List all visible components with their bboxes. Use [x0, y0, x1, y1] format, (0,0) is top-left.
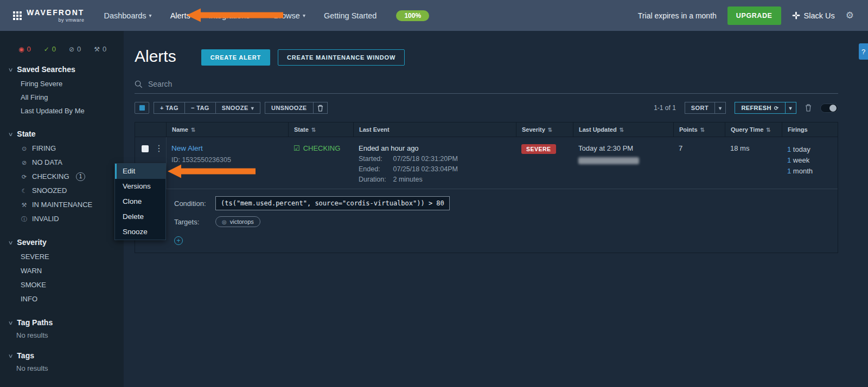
counter-ok[interactable]: ✓ 0	[44, 45, 56, 53]
last-updated-value: Today at 2:30 PM	[578, 144, 673, 152]
snooze-button[interactable]: SNOOZE ▾	[215, 102, 260, 114]
state-filter-checking[interactable]: ⟳ CHECKING 1	[0, 170, 124, 184]
event-duration: Duration: 2 minutes	[359, 176, 516, 183]
firings-week[interactable]: 1 week	[787, 155, 838, 166]
state-heading[interactable]: ∨ State	[9, 130, 124, 138]
column-header-state[interactable]: State ⇅	[288, 122, 353, 137]
nav-browse[interactable]: Browse ▾	[274, 11, 305, 20]
saved-search-last-updated-by-me[interactable]: Last Updated By Me	[0, 104, 124, 118]
event-ended-label: Ended:	[359, 165, 391, 173]
logo-text: WAVEFRONT by vmware	[27, 8, 84, 23]
column-label: Points	[679, 126, 698, 133]
tags-heading[interactable]: ∨ Tags	[9, 351, 124, 360]
firings-cell: 1 today 1 week 1 month	[782, 144, 838, 183]
severity-filter-severe[interactable]: SEVERE	[0, 250, 124, 264]
column-label: Last Updated	[579, 126, 617, 133]
severity-heading[interactable]: ∨ Severity	[9, 238, 124, 247]
toggle-knob	[829, 105, 837, 112]
remove-tag-button[interactable]: − TAG	[184, 102, 216, 114]
sort-arrows-icon: ⇅	[620, 127, 624, 133]
column-header-points[interactable]: Points ⇅	[673, 122, 725, 137]
saved-searches-heading[interactable]: ∨ Saved Searches	[9, 65, 124, 74]
sort-button[interactable]: SORT	[685, 102, 715, 114]
column-header-last-updated[interactable]: Last Updated ⇅	[573, 122, 673, 137]
upgrade-button[interactable]: UPGRADE	[727, 7, 781, 25]
severity-filter-warn[interactable]: WARN	[0, 264, 124, 278]
event-started-value: 07/25/18 02:31:20PM	[393, 155, 458, 163]
row-checkbox[interactable]	[142, 145, 149, 152]
sort-caret-button[interactable]: ▾	[714, 102, 726, 114]
select-all-checkbox[interactable]	[135, 102, 149, 114]
refresh-icon: ⟳	[774, 105, 779, 111]
create-alert-button[interactable]: CREATE ALERT	[201, 49, 270, 66]
trash-icon-button[interactable]	[805, 104, 812, 112]
counter-ok-value: 0	[52, 45, 56, 53]
search-input[interactable]	[148, 80, 838, 88]
counter-maintenance[interactable]: ⚒ 0	[94, 45, 106, 53]
toolbar-right: 1-1 of 1 SORT ▾ REFRESH ⟳ ▾	[654, 102, 838, 114]
delete-selected-button[interactable]	[313, 102, 328, 114]
refresh-caret-button[interactable]: ▾	[785, 102, 796, 114]
target-pill-victorops[interactable]: ◎ victorops	[215, 216, 260, 227]
state-filter-in-maintenance[interactable]: ⚒ IN MAINTENANCE	[0, 198, 124, 212]
help-tab[interactable]: ?	[859, 43, 868, 60]
nav-getting-started[interactable]: Getting Started	[324, 11, 377, 20]
state-value: CHECKING	[303, 144, 341, 152]
column-header-firings[interactable]: Firings	[782, 122, 838, 137]
state-filter-firing[interactable]: ⊙ FIRING	[0, 141, 124, 156]
context-menu-item-clone[interactable]: Clone	[115, 194, 165, 209]
firings-month[interactable]: 1 month	[787, 166, 838, 177]
context-menu-item-edit[interactable]: Edit	[115, 164, 165, 179]
caret-down-icon: ▾	[149, 12, 152, 18]
nav-dashboards[interactable]: Dashboards ▾	[104, 11, 151, 20]
context-menu-item-snooze[interactable]: Snooze	[115, 224, 165, 240]
state-filter-snoozed[interactable]: ☾ SNOOZED	[0, 184, 124, 198]
checking-check-icon: ☑	[293, 144, 300, 153]
event-duration-label: Duration:	[359, 176, 391, 183]
slack-us-link[interactable]: Slack Us	[792, 11, 835, 20]
nav-integrations[interactable]: Integrations ▾	[209, 11, 256, 20]
title-buttons: CREATE ALERT CREATE MAINTENANCE WINDOW	[201, 49, 405, 66]
tag-paths-heading[interactable]: ∨ Tag Paths	[9, 318, 124, 327]
severity-filter-smoke[interactable]: SMOKE	[0, 278, 124, 292]
add-target-button[interactable]: +	[174, 236, 183, 245]
getting-started-progress-badge[interactable]: 100%	[396, 10, 429, 21]
nav-getting-started-label: Getting Started	[324, 11, 377, 20]
alert-id-label: ID:	[171, 156, 180, 164]
condition-expression[interactable]: (ts("mem.used.percent", source="cordis-v…	[215, 196, 450, 210]
state-filter-no-data[interactable]: ⊘ NO DATA	[0, 156, 124, 170]
snooze-label: SNOOZE	[222, 105, 248, 111]
view-toggle[interactable]	[820, 104, 838, 113]
wavefront-logo[interactable]: WAVEFRONT by vmware	[13, 8, 84, 23]
context-menu-item-versions[interactable]: Versions	[115, 179, 165, 194]
counter-firing[interactable]: ◉ 0	[18, 45, 31, 53]
navbar-right: Trial expires in a month UPGRADE Slack U…	[638, 7, 854, 25]
refresh-button[interactable]: REFRESH ⟳	[735, 102, 785, 114]
condition-row: Condition: (ts("mem.used.percent", sourc…	[174, 196, 838, 210]
chevron-down-icon: ∨	[8, 131, 14, 137]
context-menu-item-delete[interactable]: Delete	[115, 209, 165, 224]
add-tag-button[interactable]: + TAG	[154, 102, 185, 114]
severity-filter-info[interactable]: INFO	[0, 292, 124, 306]
saved-search-firing-severe[interactable]: Firing Severe	[0, 77, 124, 91]
unsnooze-button[interactable]: UNSNOOZE	[265, 102, 314, 114]
state-filter-invalid[interactable]: ⓘ INVALID	[0, 212, 124, 226]
column-header-name[interactable]: Name ⇅	[166, 122, 288, 137]
state-cell: ☑ CHECKING	[288, 144, 353, 183]
slack-us-label: Slack Us	[804, 11, 835, 20]
caret-down-icon: ▾	[303, 12, 305, 18]
saved-search-all-firing[interactable]: All Firing	[0, 91, 124, 104]
gear-icon[interactable]: ⚙	[846, 10, 854, 21]
counter-snoozed[interactable]: ⊘ 0	[69, 45, 81, 53]
kebab-menu-icon[interactable]: ⋮	[155, 144, 163, 153]
alert-name-link[interactable]: New Alert	[171, 144, 288, 152]
create-maintenance-window-button[interactable]: CREATE MAINTENANCE WINDOW	[278, 49, 405, 66]
header-select-column	[135, 122, 166, 137]
nav-alerts[interactable]: Alerts	[170, 11, 190, 20]
column-header-query-time[interactable]: Query Time ⇅	[725, 122, 782, 137]
firings-today[interactable]: 1 today	[787, 144, 838, 155]
column-header-last-event[interactable]: Last Event	[353, 122, 516, 137]
top-navbar: WAVEFRONT by vmware Dashboards ▾ Alerts …	[0, 0, 868, 31]
alert-id: ID: 1532550236305	[171, 156, 288, 164]
column-header-severity[interactable]: Severity ⇅	[516, 122, 573, 137]
